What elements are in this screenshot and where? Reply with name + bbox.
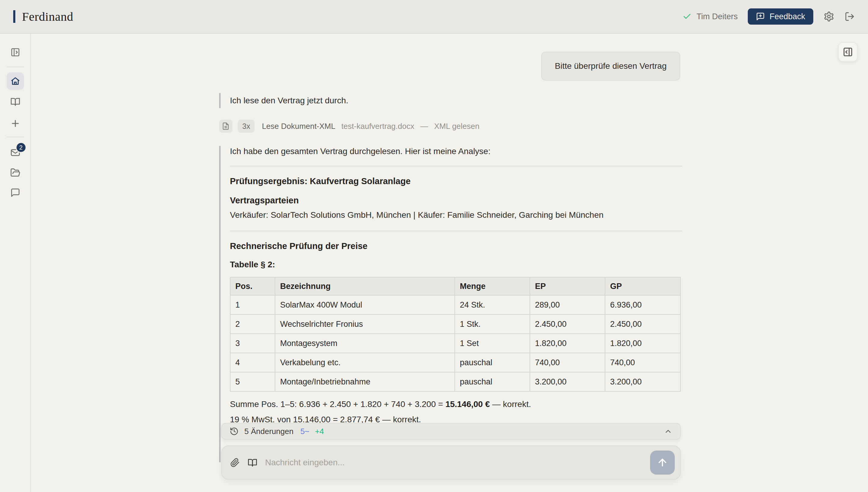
home-icon	[10, 76, 20, 86]
cell: 3.200,00	[605, 372, 680, 391]
sidebar-item-files[interactable]	[10, 168, 20, 178]
analysis-heading: Prüfungsergebnis: Kaufvertrag Solaranlag…	[230, 176, 682, 186]
prices-heading: Rechnerische Prüfung der Preise	[230, 241, 682, 251]
col-header-menge: Menge	[455, 277, 530, 295]
tool-call-count: 3x	[238, 120, 255, 133]
changes-count-label: 5 Änderungen	[244, 427, 294, 436]
cell: 289,00	[530, 295, 605, 315]
assistant-message-text: Ich lese den Vertrag jetzt durch.	[230, 96, 348, 105]
analysis-lead: Ich habe den gesamten Vertrag durchgeles…	[230, 146, 682, 156]
cell: 1.820,00	[530, 334, 605, 353]
changes-summary-bar[interactable]: 5 Änderungen 5~ +4	[221, 423, 681, 440]
assistant-analysis-message: Ich habe den gesamten Vertrag durchgeles…	[219, 146, 682, 462]
cell: 2	[230, 315, 275, 334]
message-composer	[221, 445, 681, 480]
cell: Verkabelung etc.	[275, 353, 455, 372]
cell: Wechselrichter Fronius	[275, 315, 455, 334]
chat-bubble-icon	[10, 188, 20, 198]
cell: 24 Stk.	[455, 295, 530, 315]
table-caption: Tabelle § 2:	[230, 260, 682, 269]
cell: 6.936,00	[605, 295, 680, 315]
col-header-pos: Pos.	[230, 277, 275, 295]
folder-open-icon	[10, 168, 20, 178]
divider	[230, 231, 682, 231]
tool-call-row[interactable]: 3x Lese Dokument-XML test-kaufvertrag.do…	[219, 120, 479, 133]
inbox-badge: 2	[16, 142, 26, 153]
tool-call-name: Lese Dokument-XML	[262, 122, 335, 131]
paperclip-icon[interactable]	[230, 458, 240, 467]
tool-call-separator: —	[420, 122, 428, 131]
sum-line: Summe Pos. 1–5: 6.936 + 2.450 + 1.820 + …	[230, 399, 682, 409]
sidebar-divider	[7, 137, 24, 137]
panel-left-open-icon[interactable]	[10, 47, 20, 57]
cell: 1	[230, 295, 275, 315]
cell: Montagesystem	[275, 334, 455, 353]
cell: 3.200,00	[530, 372, 605, 391]
cell: 1 Set	[455, 334, 530, 353]
table-header-row: Pos. Bezeichnung Menge EP GP	[230, 277, 680, 295]
col-header-gp: GP	[605, 277, 680, 295]
assistant-message: Ich lese den Vertrag jetzt durch.	[219, 93, 682, 108]
cell: 4	[230, 353, 275, 372]
arrow-up-icon	[657, 457, 668, 468]
cell: 1.820,00	[605, 334, 680, 353]
modified-count: 5~	[300, 427, 309, 436]
message-input[interactable]	[265, 453, 642, 472]
sidebar-item-inbox[interactable]: 2	[10, 147, 20, 158]
user-status: Tim Deiters	[683, 12, 737, 21]
book-open-icon[interactable]	[248, 458, 257, 467]
cell: 2.450,00	[605, 315, 680, 334]
topbar: Ferdinand Tim Deiters Feedback	[0, 0, 868, 34]
cell: 2.450,00	[530, 315, 605, 334]
sum-total: 15.146,00 €	[445, 399, 490, 409]
tool-call-status: XML gelesen	[434, 122, 479, 131]
check-icon	[683, 12, 691, 21]
tool-call-file: test-kaufvertrag.docx	[342, 122, 415, 131]
sidebar-item-new[interactable]	[10, 118, 20, 128]
cell: 740,00	[530, 353, 605, 372]
table-row: 1 SolarMax 400W Modul 24 Stk. 289,00 6.9…	[230, 295, 680, 315]
col-header-bezeichnung: Bezeichnung	[275, 277, 455, 295]
settings-icon[interactable]	[823, 11, 834, 22]
message-plus-icon	[756, 12, 765, 21]
logout-icon[interactable]	[845, 11, 855, 22]
added-count: +4	[315, 427, 324, 436]
app-title: Ferdinand	[22, 9, 73, 24]
sidebar: 2	[0, 34, 31, 492]
user-message: Bitte überprüfe diesen Vertrag	[541, 52, 680, 80]
sidebar-divider	[7, 67, 24, 67]
book-open-icon	[10, 97, 20, 107]
sidebar-item-home[interactable]	[7, 72, 24, 90]
prices-table: Pos. Bezeichnung Menge EP GP 1 SolarMax …	[230, 277, 681, 392]
sidebar-item-library[interactable]	[10, 97, 20, 107]
parties-heading: Vertragsparteien	[230, 196, 682, 205]
cell: 5	[230, 372, 275, 391]
sum-prefix: Summe Pos. 1–5: 6.936 + 2.450 + 1.820 + …	[230, 399, 445, 409]
sidebar-item-chats[interactable]	[10, 188, 20, 198]
cell: 3	[230, 334, 275, 353]
cell: 1 Stk.	[455, 315, 530, 334]
chevron-up-icon[interactable]	[664, 427, 672, 436]
panel-right-open-icon[interactable]	[838, 42, 858, 62]
sum-suffix: — korrekt.	[490, 399, 531, 409]
cell: pauschal	[455, 353, 530, 372]
table-row: 3 Montagesystem 1 Set 1.820,00 1.820,00	[230, 334, 680, 353]
send-button[interactable]	[650, 450, 675, 474]
cell: Montage/Inbetriebnahme	[275, 372, 455, 391]
table-row: 5 Montage/Inbetriebnahme pauschal 3.200,…	[230, 372, 680, 391]
mail-icon: 2	[10, 147, 20, 158]
app-logo: Ferdinand	[13, 9, 73, 24]
file-text-icon	[219, 120, 232, 133]
divider	[230, 166, 682, 166]
cell: SolarMax 400W Modul	[275, 295, 455, 315]
plus-icon	[10, 118, 20, 128]
user-name: Tim Deiters	[696, 12, 737, 21]
cell: 740,00	[605, 353, 680, 372]
table-row: 4 Verkabelung etc. pauschal 740,00 740,0…	[230, 353, 680, 372]
table-row: 2 Wechselrichter Fronius 1 Stk. 2.450,00…	[230, 315, 680, 334]
topbar-actions: Tim Deiters Feedback	[683, 8, 855, 25]
history-icon	[230, 427, 239, 436]
cell: pauschal	[455, 372, 530, 391]
parties-text: Verkäufer: SolarTech Solutions GmbH, Mün…	[230, 210, 682, 220]
feedback-button[interactable]: Feedback	[748, 8, 813, 25]
